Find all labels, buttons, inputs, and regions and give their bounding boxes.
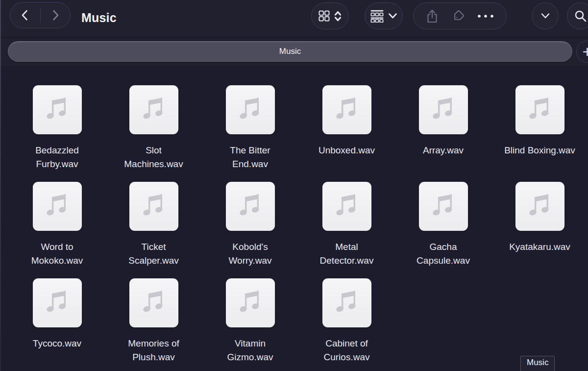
- file-item[interactable]: Ticket Scalper.wav: [105, 182, 202, 278]
- folder-tooltip: Music: [520, 356, 555, 371]
- chevron-left-icon: [20, 9, 30, 22]
- file-item[interactable]: Blind Boxing.wav: [491, 85, 588, 182]
- file-name: Kyatakaru.wav: [509, 240, 570, 254]
- file-tile: [419, 182, 468, 231]
- file-item[interactable]: Cabinet of Curios.wav: [298, 278, 395, 371]
- file-tile: [419, 85, 468, 134]
- tooltip-text: Music: [527, 358, 548, 367]
- toolbar: Music: [0, 0, 588, 38]
- file-tile: [322, 278, 371, 327]
- file-tile: [33, 182, 82, 231]
- music-note-icon: [526, 193, 554, 220]
- page-title: Music: [81, 11, 117, 25]
- music-note-icon: [526, 96, 554, 124]
- tab-bar: Music +: [0, 38, 588, 66]
- file-name: Cabinet of Curios.wav: [309, 337, 385, 364]
- file-tile: [129, 85, 178, 134]
- file-grid: Bedazzled Furby.wav Slot Machines.wav Th…: [9, 66, 588, 371]
- music-note-icon: [44, 193, 71, 220]
- file-tile: [33, 278, 82, 327]
- file-tile: [129, 182, 178, 231]
- tab-label: Music: [279, 47, 301, 56]
- file-name: Word to Mokoko.wav: [19, 240, 96, 268]
- file-item[interactable]: Tycoco.wav: [9, 278, 105, 371]
- file-tile: [515, 85, 564, 134]
- music-note-icon: [237, 96, 264, 124]
- file-item[interactable]: Metal Detector.wav: [298, 182, 395, 278]
- search-icon: [574, 10, 587, 23]
- group-by-button[interactable]: [365, 2, 403, 29]
- chevron-right-icon: [50, 9, 61, 22]
- up-down-chevrons-icon: [334, 10, 342, 23]
- music-note-icon: [430, 193, 457, 220]
- plus-icon: +: [583, 42, 588, 61]
- file-name: Slot Machines.wav: [116, 144, 192, 171]
- file-name: The Bitter End.wav: [212, 144, 289, 171]
- add-tab-button[interactable]: +: [576, 41, 588, 63]
- file-tile: [226, 85, 275, 134]
- history-button-group: [10, 2, 71, 28]
- view-switcher-button[interactable]: [311, 2, 349, 29]
- file-name: Kobold's Worry.wav: [212, 240, 289, 268]
- file-name: Ticket Scalper.wav: [116, 240, 192, 268]
- music-note-icon: [44, 96, 71, 124]
- file-name: Metal Detector.wav: [309, 240, 385, 268]
- file-item[interactable]: Kobold's Worry.wav: [202, 182, 298, 278]
- file-name: Array.wav: [423, 144, 464, 157]
- collapse-toolbar-button[interactable]: [532, 2, 559, 29]
- music-note-icon: [333, 289, 361, 317]
- file-tile: [226, 182, 275, 231]
- music-note-icon: [430, 96, 457, 124]
- file-name: Gacha Capsule.wav: [405, 240, 482, 268]
- file-item[interactable]: Word to Mokoko.wav: [9, 182, 105, 278]
- file-item[interactable]: Bedazzled Furby.wav: [9, 85, 105, 182]
- forward-button[interactable]: [40, 2, 70, 28]
- file-item[interactable]: Kyatakaru.wav: [491, 182, 588, 278]
- file-name: Tycoco.wav: [33, 337, 81, 350]
- grouping-icon: [370, 10, 384, 23]
- file-name: Blind Boxing.wav: [504, 144, 575, 157]
- search-button[interactable]: [567, 2, 588, 29]
- back-button[interactable]: [10, 2, 40, 28]
- grid-view-icon: [318, 10, 330, 22]
- music-note-icon: [333, 96, 361, 124]
- file-name: Unboxed.wav: [318, 144, 375, 157]
- music-note-icon: [237, 289, 264, 317]
- music-note-icon: [140, 289, 168, 317]
- file-tile: [322, 182, 371, 231]
- file-name: Memories of Plush.wav: [116, 337, 192, 364]
- tab-music[interactable]: Music: [8, 41, 572, 62]
- file-item[interactable]: Memories of Plush.wav: [105, 278, 202, 371]
- window-edge-highlight: [0, 0, 1, 371]
- file-item[interactable]: The Bitter End.wav: [202, 85, 298, 182]
- file-item[interactable]: Gacha Capsule.wav: [395, 182, 491, 278]
- music-note-icon: [237, 193, 264, 220]
- chevron-down-icon: [540, 13, 550, 19]
- file-tile: [322, 85, 371, 134]
- chevron-down-icon: [388, 13, 397, 19]
- actions-button-group: [413, 2, 507, 29]
- music-note-icon: [140, 96, 168, 124]
- file-tile: [226, 278, 275, 327]
- music-note-icon: [140, 193, 168, 220]
- file-tile: [515, 182, 564, 231]
- tag-button[interactable]: [451, 9, 465, 23]
- file-item[interactable]: Slot Machines.wav: [105, 85, 202, 182]
- music-note-icon: [333, 193, 361, 220]
- file-item[interactable]: Array.wav: [395, 85, 491, 182]
- file-tile: [33, 85, 82, 134]
- file-item[interactable]: Unboxed.wav: [298, 85, 395, 182]
- more-button[interactable]: [477, 14, 494, 18]
- file-name: Bedazzled Furby.wav: [19, 144, 96, 171]
- music-note-icon: [44, 289, 71, 317]
- share-button[interactable]: [426, 9, 439, 24]
- file-item[interactable]: Vitamin Gizmo.wav: [202, 278, 298, 371]
- file-tile: [129, 278, 178, 327]
- file-name: Vitamin Gizmo.wav: [212, 337, 289, 364]
